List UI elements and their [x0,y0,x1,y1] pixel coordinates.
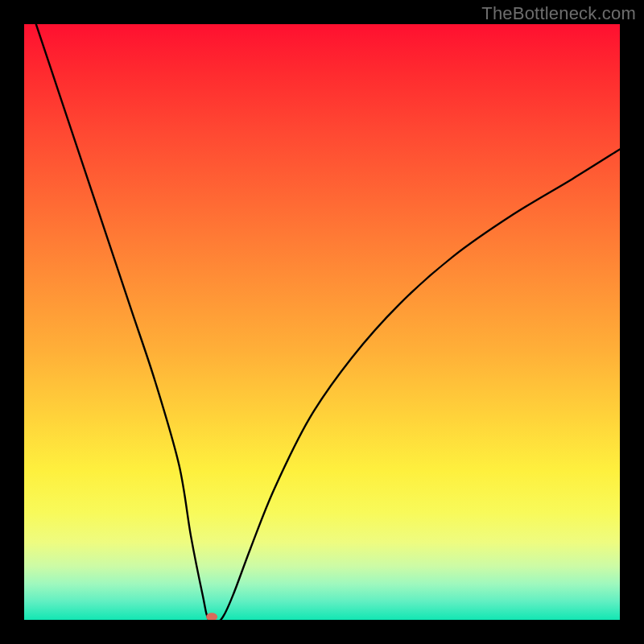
plot-area [24,24,620,620]
minimum-marker [206,613,217,620]
bottleneck-curve [36,24,620,620]
chart-frame: TheBottleneck.com [0,0,644,644]
curve-svg [24,24,620,620]
attribution-text: TheBottleneck.com [481,3,636,24]
